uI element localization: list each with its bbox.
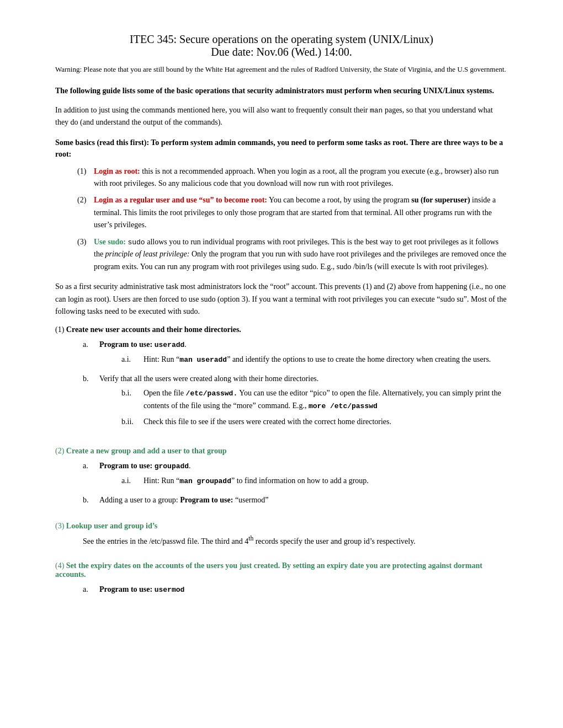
task-4: (4) Set the expiry dates on the accounts… — [55, 561, 508, 596]
task-4-num: (4) — [55, 561, 66, 570]
task-1-bii-content: Check this file to see if the users were… — [144, 416, 391, 428]
task-2-ai-num: a.i. — [121, 475, 144, 488]
task-1-a-item: a. Program to use: useradd. a.i. Hint: R… — [83, 339, 508, 370]
task-2-a: a. Program to use: groupadd. a.i. Hint: … — [83, 460, 508, 491]
man-inline: man — [370, 106, 383, 115]
page: ITEC 345: Secure operations on the opera… — [0, 0, 563, 728]
task-2-ai-content: Hint: Run “man groupadd” to find informa… — [144, 475, 369, 488]
task-1-a-num: a. — [83, 339, 99, 370]
task-2-a-label: Program to use: groupadd — [99, 462, 189, 470]
task-1-b: b. Verify that all the users were create… — [83, 373, 508, 431]
login-regular-user-label: Login as a regular user and use “su” to … — [94, 196, 267, 204]
root-way-2: (2) Login as a regular user and use “su”… — [77, 194, 508, 231]
task-2-b-num: b. — [83, 494, 99, 506]
task-1-b-num: b. — [83, 373, 99, 431]
task-3-title-text: Lookup user and group id’s — [66, 522, 157, 530]
task-1-ai-num: a.i. — [121, 354, 144, 366]
security-paragraph: So as a first security administrative ta… — [55, 281, 508, 318]
task-4-subs: a. Program to use: usermod — [55, 584, 508, 596]
task-4-title: (4) Set the expiry dates on the accounts… — [55, 561, 508, 579]
root-ways-list: (1) Login as root: this is not a recomme… — [55, 165, 508, 274]
task-1-ai-item: a.i. Hint: Run “man useradd” and identif… — [121, 354, 491, 366]
usermod-mono: usermod — [155, 586, 185, 594]
task-2: (2) Create a new group and add a user to… — [55, 447, 508, 506]
login-as-root-label: Login as root: — [94, 167, 140, 175]
task-2-title: (2) Create a new group and add a user to… — [55, 447, 508, 456]
task-1-bii-num: b.ii. — [121, 416, 144, 428]
man-useradd-mono: man useradd — [179, 356, 227, 364]
root-way-3-content: Use sudo: sudo allows you to run individ… — [94, 236, 508, 274]
task-1-a-label: Program to use: useradd — [99, 340, 184, 349]
root-way-1: (1) Login as root: this is not a recomme… — [77, 165, 508, 190]
useradd-mono: useradd — [155, 341, 185, 349]
root-way-3-num: (3) — [77, 236, 94, 274]
task-1-ai-content: Hint: Run “man useradd” and identify the… — [144, 354, 491, 366]
root-way-2-content: Login as a regular user and use “su” to … — [94, 194, 508, 231]
task-4-a: a. Program to use: usermod — [83, 584, 508, 596]
title-line1: ITEC 345: Secure operations on the opera… — [55, 33, 508, 46]
task-1-ai: a.i. Hint: Run “man useradd” and identif… — [99, 354, 491, 366]
task-1-a: a. Program to use: useradd. a.i. Hint: R… — [55, 339, 508, 431]
task-1-title-text: Create new user accounts and their home … — [66, 325, 241, 334]
task-4-a-label: Program to use: usermod — [99, 585, 184, 593]
task-1-a-content: Program to use: useradd. a.i. Hint: Run … — [99, 339, 491, 370]
some-basics-header: Some basics (read this first): To perfor… — [55, 137, 508, 160]
task-3-para: See the entries in the /etc/passwd file.… — [55, 535, 508, 546]
groupadd-mono: groupadd — [155, 462, 189, 470]
task-2-title-text: Create a new group and add a user to tha… — [66, 447, 227, 455]
task-2-subs: a. Program to use: groupadd. a.i. Hint: … — [55, 460, 508, 506]
task-2-b: b. Adding a user to a group: Program to … — [83, 494, 508, 506]
warning-text: Warning: Please note that you are still … — [55, 64, 508, 75]
root-way-1-content: Login as root: this is not a recommended… — [94, 165, 508, 190]
root-way-3-text: allows you to run individual programs wi… — [94, 238, 506, 271]
task-2-b-content: Adding a user to a group: Program to use… — [99, 494, 269, 506]
task-3-num: (3) — [55, 522, 66, 530]
intro-paragraph: In addition to just using the commands m… — [55, 104, 508, 129]
task-1-b-content: Verify that all the users were created a… — [99, 373, 508, 431]
more-etc-passwd-mono: more /etc/passwd — [309, 402, 378, 410]
sudo-mono: sudo — [128, 238, 145, 247]
task-1-bi-content: Open the file /etc/passwd. You can use t… — [144, 387, 508, 413]
root-way-1-text: this is not a recommended approach. When… — [94, 167, 499, 188]
task-1-bi-num: b.i. — [121, 387, 144, 413]
task-4-a-num: a. — [83, 584, 99, 596]
principle-italic: principle of least privilege: — [105, 250, 190, 258]
task-3: (3) Lookup user and group id’s See the e… — [55, 522, 508, 546]
superscript-th: th — [248, 535, 253, 542]
etc-passwd-mono: /etc/passwd. — [186, 389, 238, 398]
title-line2: Due date: Nov.06 (Wed.) 14:00. — [55, 46, 508, 58]
root-way-2-num: (2) — [77, 194, 94, 231]
task-1: (1) Create new user accounts and their h… — [55, 325, 508, 431]
task-2-ai: a.i. Hint: Run “man groupadd” to find in… — [99, 475, 369, 488]
su-bold: su (for superuser) — [411, 196, 470, 204]
task-2-ai-item: a.i. Hint: Run “man groupadd” to find in… — [121, 475, 369, 488]
task-4-a-content: Program to use: usermod — [99, 584, 184, 596]
root-way-3: (3) Use sudo: sudo allows you to run ind… — [77, 236, 508, 274]
task-1-num: (1) — [55, 325, 66, 334]
use-sudo-label: Use sudo: — [94, 238, 126, 246]
task-1-b-subs: b.i. Open the file /etc/passwd. You can … — [99, 387, 508, 428]
task-1-title: (1) Create new user accounts and their h… — [55, 325, 508, 334]
man-groupadd-mono: man groupadd — [179, 477, 231, 485]
task-2-a-num: a. — [83, 460, 99, 491]
title-block: ITEC 345: Secure operations on the opera… — [55, 33, 508, 58]
task-2-a-content: Program to use: groupadd. a.i. Hint: Run… — [99, 460, 369, 491]
task-4-title-text: Set the expiry dates on the accounts of … — [55, 561, 482, 579]
task-2-b-program-label: Program to use: — [180, 496, 233, 504]
task-3-title: (3) Lookup user and group id’s — [55, 522, 508, 531]
task-1-bii: b.ii. Check this file to see if the user… — [121, 416, 508, 428]
task-2-num: (2) — [55, 447, 66, 455]
task-1-bi: b.i. Open the file /etc/passwd. You can … — [121, 387, 508, 413]
root-way-1-num: (1) — [77, 165, 94, 190]
intro-bold: The following guide lists some of the ba… — [55, 85, 508, 97]
